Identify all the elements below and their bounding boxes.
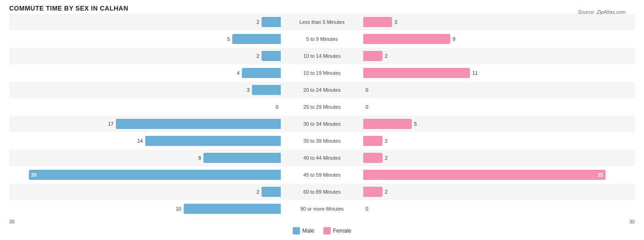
row-label: 30 to 34 Minutes [281, 121, 363, 127]
chart-title: COMMUTE TIME BY SEX IN CALHAN [9, 5, 128, 12]
legend-male-label: Male [302, 228, 314, 234]
male-side: 3 [9, 85, 281, 95]
table-row: 415 to 19 Minutes11 [9, 65, 635, 81]
female-side: 9 [363, 34, 635, 44]
female-side: 25 [363, 170, 635, 180]
table-row: 1090 or more Minutes0 [9, 201, 635, 217]
table-row: 2Less than 5 Minutes3 [9, 14, 635, 30]
table-row: 1435 to 39 Minutes2 [9, 133, 635, 149]
male-value: 8 [193, 155, 201, 161]
male-value: 3 [241, 87, 250, 93]
legend-male-box [293, 227, 300, 234]
male-value: 10 [173, 206, 181, 212]
female-side: 2 [363, 136, 635, 146]
male-value: 5 [222, 36, 230, 42]
row-label: 20 to 24 Minutes [281, 87, 363, 93]
male-side: 26 [9, 170, 281, 180]
female-value: 9 [453, 36, 461, 42]
row-label: 10 to 14 Minutes [281, 53, 363, 59]
row-label: 40 to 44 Minutes [281, 155, 363, 161]
female-value: 0 [366, 87, 374, 93]
source-label: Source: ZipAtlas.com [578, 9, 626, 15]
female-value: 0 [366, 206, 374, 212]
table-row: 2645 to 59 Minutes25 [9, 167, 635, 183]
male-side: 4 [9, 68, 281, 78]
table-row: 260 to 89 Minutes2 [9, 184, 635, 200]
female-side: 0 [363, 102, 635, 112]
legend-female-box [323, 227, 331, 234]
female-value: 2 [385, 138, 393, 144]
female-side: 5 [363, 119, 635, 129]
bottom-axis: 30 30 [9, 219, 635, 224]
table-row: 025 to 29 Minutes0 [9, 99, 635, 115]
legend: Male Female [9, 227, 635, 234]
male-value: 2 [251, 19, 259, 25]
legend-male: Male [293, 227, 314, 234]
chart-rows: 2Less than 5 Minutes355 to 9 Minutes9210… [9, 14, 635, 217]
male-value: 4 [231, 70, 240, 76]
female-value: 2 [385, 155, 393, 161]
row-label: 25 to 29 Minutes [281, 104, 363, 110]
female-value: 25 [598, 172, 603, 178]
table-row: 210 to 14 Minutes2 [9, 48, 635, 64]
table-row: 55 to 9 Minutes9 [9, 31, 635, 47]
female-side: 0 [363, 204, 635, 214]
male-value: 2 [251, 189, 259, 195]
female-value: 3 [394, 19, 403, 25]
legend-female: Female [323, 227, 351, 234]
table-row: 320 to 24 Minutes0 [9, 82, 635, 98]
male-value: 2 [251, 53, 259, 59]
male-side: 10 [9, 204, 281, 214]
female-value: 2 [385, 53, 393, 59]
female-side: 0 [363, 85, 635, 95]
male-value: 26 [31, 172, 37, 178]
male-side: 5 [9, 34, 281, 44]
table-row: 840 to 44 Minutes2 [9, 150, 635, 166]
row-label: Less than 5 Minutes [281, 19, 363, 25]
table-row: 1730 to 34 Minutes5 [9, 116, 635, 132]
female-side: 11 [363, 68, 635, 78]
male-side: 0 [9, 102, 281, 112]
female-side: 2 [363, 187, 635, 197]
legend-female-label: Female [333, 228, 351, 234]
female-side: 2 [363, 51, 635, 61]
female-value: 2 [385, 189, 393, 195]
male-value: 14 [135, 138, 143, 144]
female-side: 3 [363, 17, 635, 27]
female-value: 5 [414, 121, 422, 127]
female-value: 11 [472, 70, 480, 76]
row-label: 35 to 39 Minutes [281, 138, 363, 144]
row-label: 15 to 19 Minutes [281, 70, 363, 76]
male-value: 0 [270, 104, 278, 110]
axis-left: 30 [9, 219, 15, 224]
axis-right: 30 [629, 219, 635, 224]
row-label: 5 to 9 Minutes [281, 36, 363, 42]
male-side: 17 [9, 119, 281, 129]
male-value: 17 [105, 121, 114, 127]
chart-container: COMMUTE TIME BY SEX IN CALHAN Source: Zi… [0, 0, 644, 240]
male-side: 2 [9, 51, 281, 61]
row-label: 45 to 59 Minutes [281, 172, 363, 178]
male-side: 14 [9, 136, 281, 146]
female-value: 0 [366, 104, 374, 110]
female-side: 2 [363, 153, 635, 163]
row-label: 90 or more Minutes [281, 206, 363, 212]
male-side: 2 [9, 17, 281, 27]
male-side: 8 [9, 153, 281, 163]
male-side: 2 [9, 187, 281, 197]
row-label: 60 to 89 Minutes [281, 189, 363, 195]
